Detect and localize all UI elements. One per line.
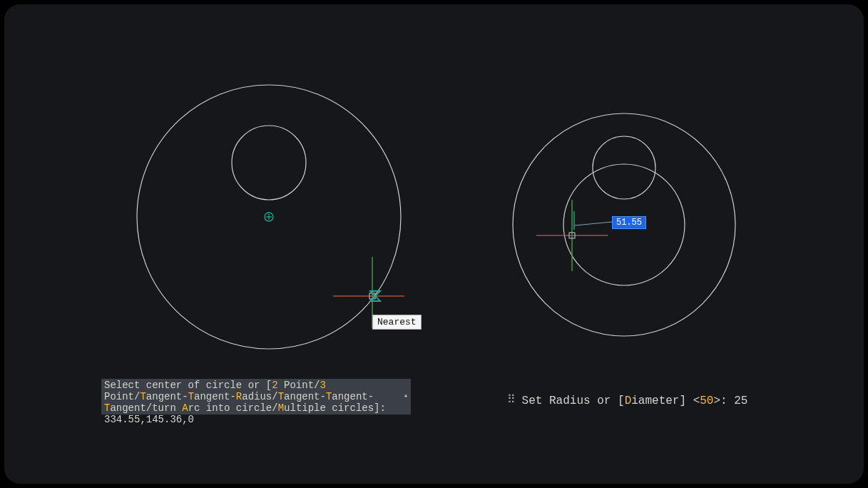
app-frame: Nearest 51.55 ▴ Select center of circle … [4,4,864,484]
rubber-band-line [575,222,612,225]
circle-small-right[interactable] [593,136,655,199]
command-expand-icon[interactable]: ▴ [404,390,408,402]
osnap-tooltip: Nearest [372,315,422,330]
dynamic-dimension-input[interactable]: 51.55 [612,216,646,229]
command-line-left[interactable]: ▴ Select center of circle or [2 Point/3 … [101,379,411,415]
command-line-right[interactable]: ⠿ Set Radius or [Diameter] <50>: 25 [507,392,747,407]
circle-inner-left[interactable] [232,126,306,200]
crosshair-cursor-right [536,200,608,271]
center-marker-icon [265,213,273,221]
